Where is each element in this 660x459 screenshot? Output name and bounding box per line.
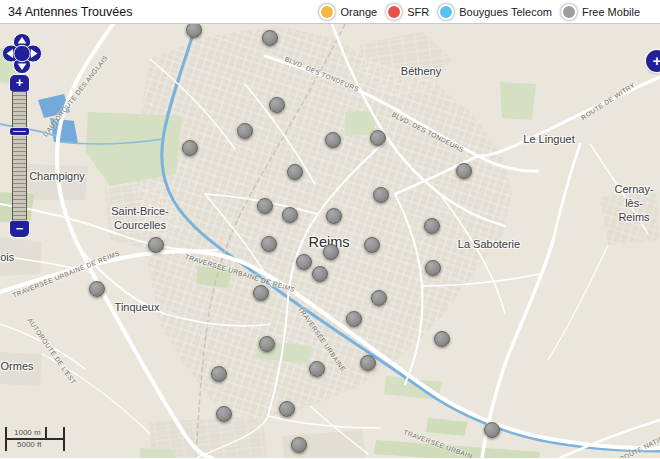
antenna-marker[interactable] (309, 361, 325, 377)
zoom-out-button[interactable]: − (10, 221, 29, 237)
scale-bar: 1000 m 5000 ft (5, 427, 75, 451)
antenna-marker[interactable] (216, 406, 232, 422)
legend-item-free-mobile: Free Mobile (561, 4, 640, 20)
antenna-marker[interactable] (323, 244, 339, 260)
antenna-marker[interactable] (296, 254, 312, 270)
legend-label: Bouygues Telecom (459, 6, 552, 18)
antenna-marker[interactable] (373, 187, 389, 203)
operator-color-icon (561, 4, 577, 20)
antenna-marker[interactable] (370, 130, 386, 146)
scale-imperial-label: 5000 ft (17, 440, 41, 449)
antenna-marker[interactable] (326, 208, 342, 224)
legend-label: Free Mobile (582, 6, 640, 18)
legend-label: Orange (340, 6, 377, 18)
antenna-marker[interactable] (434, 331, 450, 347)
antenna-marker[interactable] (237, 123, 253, 139)
results-count: 34 Antennes Trouvées (8, 5, 132, 19)
legend-item-sfr: SFR (386, 4, 429, 20)
operator-color-icon (319, 4, 335, 20)
place-label: lois (0, 251, 14, 265)
antenna-marker[interactable] (262, 30, 278, 46)
antenna-marker[interactable] (148, 237, 164, 253)
place-label: Le Linguet (523, 133, 574, 147)
place-label: Saint-Brice- Courcelles (111, 205, 168, 233)
antenna-marker[interactable] (253, 285, 269, 301)
zoom-control: + − (10, 75, 29, 91)
operator-color-icon (438, 4, 454, 20)
antenna-marker[interactable] (456, 163, 472, 179)
zoom-slider-track[interactable] (12, 91, 27, 221)
antenna-marker[interactable] (261, 236, 277, 252)
place-label: Bétheny (401, 65, 441, 79)
scale-tick (63, 427, 65, 451)
antenna-marker[interactable] (424, 218, 440, 234)
place-label: Cernay- lès-Reims (614, 183, 653, 224)
antenna-marker[interactable] (360, 355, 376, 371)
antenna-marker[interactable] (287, 164, 303, 180)
antenna-marker[interactable] (182, 140, 198, 156)
legend-item-bouygues-telecom: Bouygues Telecom (438, 4, 552, 20)
legend-item-orange: Orange (319, 4, 377, 20)
antenna-marker[interactable] (371, 290, 387, 306)
antenna-marker[interactable] (89, 281, 105, 297)
antenna-marker[interactable] (325, 132, 341, 148)
legend-label: SFR (407, 6, 429, 18)
antenna-marker[interactable] (269, 97, 285, 113)
operator-color-icon (386, 4, 402, 20)
map-canvas[interactable]: L'AUTOROUTE DES ANGLAISBLVD. DES TONDEUR… (0, 24, 660, 458)
antenna-marker[interactable] (211, 366, 227, 382)
zoom-in-button[interactable]: + (10, 75, 29, 91)
antenna-marker[interactable] (291, 437, 307, 453)
place-label: Champigny (29, 170, 85, 184)
pan-control[interactable] (3, 32, 41, 76)
scale-tick (5, 427, 7, 451)
antenna-marker[interactable] (279, 401, 295, 417)
antenna-marker[interactable] (257, 198, 273, 214)
zoom-slider-handle[interactable] (10, 128, 29, 135)
scale-metric-label: 1000 m (14, 428, 41, 437)
antenna-marker[interactable] (484, 422, 500, 438)
antenna-marker[interactable] (282, 207, 298, 223)
header-bar: 34 Antennes Trouvées OrangeSFRBouygues T… (0, 0, 660, 24)
antenna-marker[interactable] (346, 311, 362, 327)
antenna-marker[interactable] (425, 260, 441, 276)
operator-legend: OrangeSFRBouygues TelecomFree Mobile (319, 4, 652, 20)
antenna-marker[interactable] (259, 336, 275, 352)
place-label: Tinqueux (115, 301, 160, 315)
antenna-marker[interactable] (312, 266, 328, 282)
place-label: Ormes (1, 360, 34, 374)
place-label: La Saboterie (458, 238, 520, 252)
antenna-marker[interactable] (364, 237, 380, 253)
scale-tick (45, 427, 47, 439)
